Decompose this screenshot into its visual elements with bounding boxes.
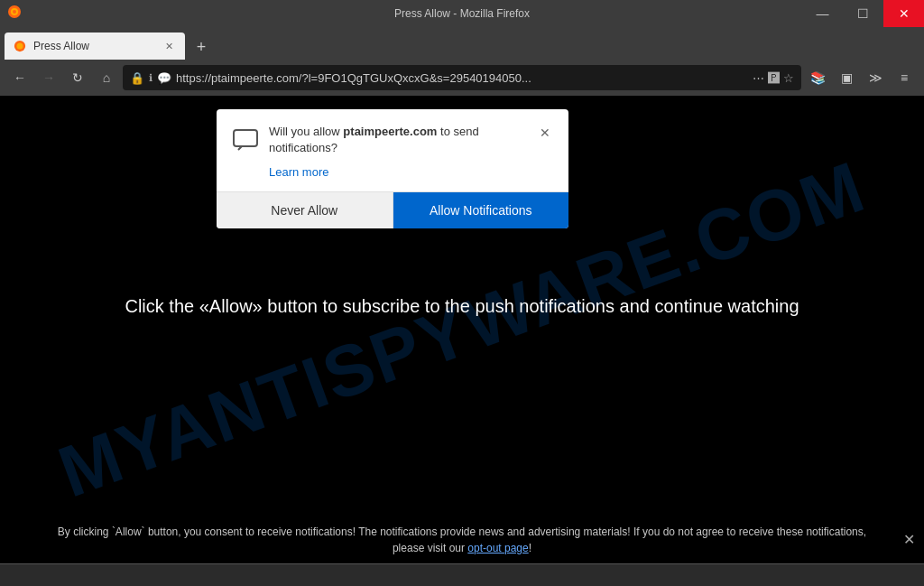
banner-text2: please visit our: [393, 542, 467, 554]
content-area: MYANTISPYWARE.COM Click the «Allow» butt…: [0, 96, 924, 563]
tab-close-button[interactable]: ✕: [162, 39, 176, 53]
main-message-text: Click the «Allow» button to subscribe to…: [125, 296, 799, 316]
popup-question: Will you allow ptaimpeerte.com to send n…: [269, 124, 527, 156]
sidebar-button[interactable]: ▣: [834, 65, 859, 90]
camera-icon: 💬: [157, 71, 171, 85]
active-tab[interactable]: Press Allow ✕: [5, 33, 185, 60]
status-bar: [0, 563, 924, 586]
svg-point-2: [13, 10, 16, 14]
tab-favicon: [14, 40, 26, 52]
url-text: https://ptaimpeerte.com/?l=9FO1QgTGUxQxc…: [176, 71, 748, 85]
address-bar[interactable]: 🔒 ℹ 💬 https://ptaimpeerte.com/?l=9FO1QgT…: [123, 65, 801, 90]
chat-bubble-icon: [231, 126, 260, 154]
library-button[interactable]: 📚: [805, 65, 830, 90]
window-controls: — ☐ ✕: [802, 0, 924, 27]
forward-button[interactable]: →: [36, 65, 61, 90]
pocket-icon[interactable]: 🅿: [768, 71, 780, 85]
tab-bar: Press Allow ✕ +: [0, 27, 924, 60]
title-bar: Press Allow - Mozilla Firefox — ☐ ✕: [0, 0, 924, 27]
banner-text3: !: [529, 542, 531, 554]
window-title: Press Allow - Mozilla Firefox: [394, 7, 530, 20]
lock-icon: 🔒: [130, 71, 144, 85]
svg-rect-5: [234, 130, 257, 146]
opt-out-link[interactable]: opt-out page: [467, 542, 528, 554]
popup-header: Will you allow ptaimpeerte.com to send n…: [231, 124, 554, 156]
info-icon: ℹ: [149, 72, 152, 84]
maximize-button[interactable]: ☐: [843, 0, 883, 27]
question-text: Will you allow: [269, 125, 343, 138]
domain-text: ptaimpeerte.com: [343, 125, 437, 138]
svg-point-4: [17, 43, 23, 50]
close-button[interactable]: ✕: [883, 0, 924, 27]
address-right-icons: ⋯ 🅿 ☆: [753, 71, 794, 85]
allow-notifications-button[interactable]: Allow Notifications: [393, 192, 569, 228]
banner-text: By clicking `Allow` button, you consent …: [58, 526, 866, 538]
main-message: Click the «Allow» button to subscribe to…: [125, 296, 799, 317]
bookmark-star-icon[interactable]: ☆: [783, 71, 794, 85]
back-button[interactable]: ←: [7, 65, 32, 90]
minimize-button[interactable]: —: [802, 0, 843, 27]
extensions-button[interactable]: ≫: [863, 65, 888, 90]
never-allow-button[interactable]: Never Allow: [217, 192, 393, 228]
home-button[interactable]: ⌂: [94, 65, 119, 90]
learn-more-link[interactable]: Learn more: [269, 165, 554, 179]
bottom-banner: By clicking `Allow` button, you consent …: [0, 516, 924, 563]
banner-close-button[interactable]: ✕: [903, 529, 915, 551]
menu-button[interactable]: ≡: [892, 65, 917, 90]
reload-button[interactable]: ↻: [65, 65, 90, 90]
popup-close-button[interactable]: ✕: [536, 124, 554, 142]
firefox-logo: [7, 5, 22, 23]
popup-buttons: Never Allow Allow Notifications: [217, 191, 568, 228]
notification-popup: Will you allow ptaimpeerte.com to send n…: [217, 109, 568, 228]
tab-title: Press Allow: [33, 40, 154, 52]
new-tab-button[interactable]: +: [189, 34, 214, 60]
more-icon[interactable]: ⋯: [753, 71, 764, 85]
nav-bar: ← → ↻ ⌂ 🔒 ℹ 💬 https://ptaimpeerte.com/?l…: [0, 60, 924, 96]
